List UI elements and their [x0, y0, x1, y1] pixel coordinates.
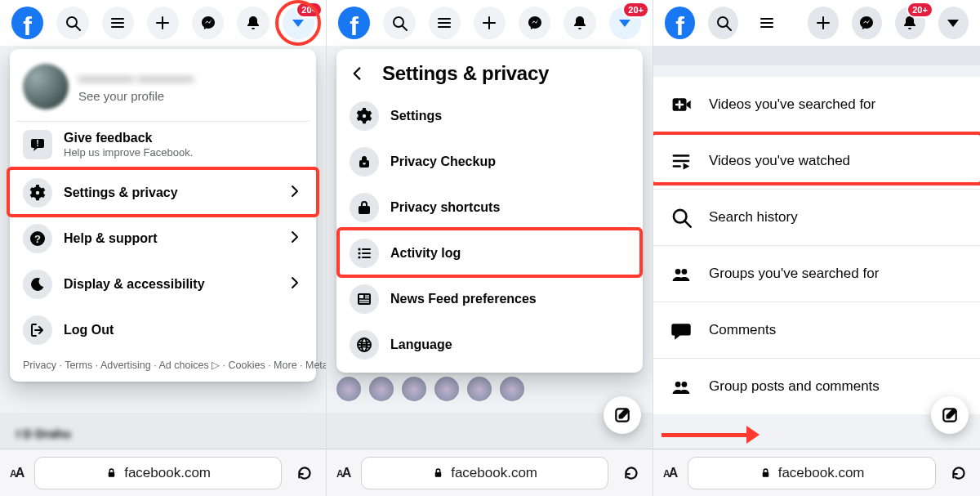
- lock-icon: [760, 467, 772, 479]
- browser-bar: AA facebook.com: [653, 449, 980, 496]
- compose-button[interactable]: [604, 396, 641, 434]
- news-feed-preferences-label: News Feed preferences: [390, 292, 537, 306]
- facebook-logo[interactable]: f: [338, 7, 370, 39]
- account-dropdown-button[interactable]: 20+: [283, 7, 314, 39]
- menu-button[interactable]: [102, 7, 134, 39]
- logout-icon: [23, 315, 52, 345]
- privacy-checkup-icon: [350, 147, 379, 177]
- url-domain: facebook.com: [451, 465, 537, 481]
- help-support-label: Help & support: [64, 231, 158, 246]
- feed-author-name: I D Drahu: [16, 427, 71, 440]
- groups-icon: [668, 373, 694, 400]
- notifications-badge: 20+: [296, 2, 323, 18]
- display-accessibility-label: Display & accessibility: [64, 277, 205, 292]
- facebook-logo[interactable]: f: [11, 7, 43, 39]
- see-your-profile-label: See your profile: [78, 89, 194, 103]
- globe-icon: [350, 330, 379, 360]
- groups-icon: [668, 261, 694, 287]
- reload-button[interactable]: [293, 462, 316, 485]
- filter-search-history[interactable]: Search history: [653, 190, 980, 246]
- profile-link[interactable]: ———— ———— See your profile: [16, 56, 310, 122]
- panel-1-account-menu: f 20+ I D Drahu ———— ———— See your profi…: [0, 0, 327, 496]
- filter-comments[interactable]: Comments: [653, 302, 980, 359]
- account-dropdown-button[interactable]: [938, 7, 969, 39]
- language-row[interactable]: Language: [343, 322, 636, 368]
- search-button[interactable]: [56, 7, 88, 39]
- activity-log-label: Activity log: [390, 246, 461, 261]
- activity-log-row[interactable]: Activity log: [343, 230, 636, 276]
- help-icon: [23, 224, 52, 253]
- panel-3-activity-filters: f 20+ Videos you've searched for Videos: [653, 0, 980, 496]
- chevron-right-icon: [287, 275, 303, 294]
- account-dropdown-button[interactable]: 20+: [609, 7, 641, 39]
- facebook-logo[interactable]: f: [665, 7, 695, 39]
- url-field[interactable]: facebook.com: [688, 457, 936, 489]
- filter-groups-searched[interactable]: Groups you've searched for: [653, 246, 980, 302]
- news-feed-preferences-row[interactable]: News Feed preferences: [343, 276, 636, 322]
- notifications-button[interactable]: [564, 7, 595, 39]
- text-size-button[interactable]: AA: [336, 466, 350, 480]
- back-button[interactable]: [346, 63, 368, 84]
- text-size-button[interactable]: AA: [663, 466, 676, 480]
- privacy-shortcuts-row[interactable]: Privacy shortcuts: [343, 185, 636, 230]
- give-feedback-row[interactable]: Give feedback Help us improve Facebook.: [16, 122, 310, 168]
- compose-button[interactable]: [931, 396, 969, 434]
- settings-privacy-label: Settings & privacy: [64, 185, 178, 200]
- search-button[interactable]: [383, 7, 415, 39]
- annotation-arrow: [662, 426, 760, 444]
- reload-button[interactable]: [947, 462, 970, 485]
- notifications-button[interactable]: [237, 7, 269, 39]
- footer-links[interactable]: Privacy · Terms · Advertising · Ad choic…: [16, 353, 310, 377]
- text-size-button[interactable]: AA: [10, 466, 23, 480]
- moon-icon: [23, 270, 52, 299]
- notifications-button[interactable]: 20+: [895, 7, 925, 39]
- lock-icon: [350, 193, 379, 222]
- menu-button[interactable]: [429, 7, 461, 39]
- browser-bar: AA facebook.com: [0, 449, 326, 496]
- help-support-row[interactable]: Help & support: [16, 216, 310, 261]
- url-field[interactable]: facebook.com: [361, 457, 608, 489]
- privacy-shortcuts-label: Privacy shortcuts: [390, 200, 500, 215]
- topbar: f 20+: [327, 0, 653, 46]
- avatar: [23, 64, 69, 109]
- gear-icon: [350, 101, 379, 131]
- menu-button[interactable]: [751, 7, 782, 39]
- give-feedback-sub: Help us improve Facebook.: [64, 146, 193, 159]
- language-label: Language: [390, 337, 452, 352]
- filter-videos-searched[interactable]: Videos you've searched for: [653, 77, 980, 133]
- url-field[interactable]: facebook.com: [34, 457, 282, 489]
- filter-group-posts-comments[interactable]: Group posts and comments: [653, 359, 980, 414]
- lock-icon: [432, 467, 444, 479]
- display-accessibility-row[interactable]: Display & accessibility: [16, 261, 310, 307]
- settings-privacy-card: Settings & privacy Settings Privacy Chec…: [336, 49, 643, 373]
- settings-label: Settings: [390, 109, 442, 123]
- topbar: f 20+: [0, 0, 326, 46]
- feedback-icon: [23, 130, 52, 159]
- comment-icon: [668, 317, 694, 343]
- settings-row[interactable]: Settings: [343, 93, 636, 139]
- log-out-label: Log Out: [64, 323, 114, 337]
- messenger-button[interactable]: [852, 7, 882, 39]
- filter-videos-watched[interactable]: Videos you've watched: [653, 133, 980, 190]
- create-button[interactable]: [474, 7, 506, 39]
- playlist-icon: [668, 148, 694, 174]
- notifications-badge: 20+: [906, 2, 933, 18]
- caret-down-icon: [292, 20, 304, 27]
- notifications-badge: 20+: [622, 2, 649, 18]
- url-domain: facebook.com: [124, 465, 211, 481]
- caret-down-icon: [619, 20, 630, 27]
- activity-filter-list: Videos you've searched for Videos you've…: [653, 65, 980, 414]
- create-button[interactable]: [808, 7, 838, 39]
- reload-button[interactable]: [620, 462, 643, 485]
- privacy-checkup-label: Privacy Checkup: [390, 154, 496, 169]
- create-button[interactable]: [147, 7, 179, 39]
- search-button[interactable]: [708, 7, 738, 39]
- log-out-row[interactable]: Log Out: [16, 307, 310, 353]
- messenger-button[interactable]: [519, 7, 550, 39]
- privacy-checkup-row[interactable]: Privacy Checkup: [343, 139, 636, 185]
- give-feedback-label: Give feedback: [64, 131, 193, 145]
- card-title: Settings & privacy: [382, 62, 549, 85]
- messenger-button[interactable]: [192, 7, 224, 39]
- video-search-icon: [668, 92, 694, 118]
- settings-privacy-row[interactable]: Settings & privacy: [16, 170, 310, 216]
